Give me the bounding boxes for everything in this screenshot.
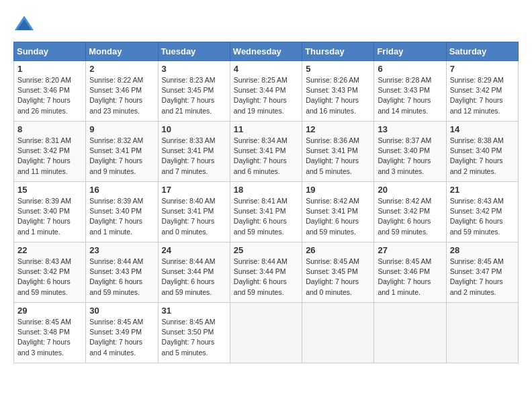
logo xyxy=(13,13,38,35)
day-number: 19 xyxy=(306,185,370,195)
day-number: 14 xyxy=(450,124,515,134)
day-info: Sunrise: 8:45 AMSunset: 3:48 PMDaylight:… xyxy=(17,317,82,358)
day-info: Sunrise: 8:25 AMSunset: 3:44 PMDaylight:… xyxy=(234,75,298,116)
weekday-monday: Monday xyxy=(86,42,158,61)
day-number: 4 xyxy=(234,64,298,74)
day-number: 25 xyxy=(234,245,298,255)
weekday-saturday: Saturday xyxy=(446,42,518,61)
day-info: Sunrise: 8:26 AMSunset: 3:43 PMDaylight:… xyxy=(306,75,370,116)
day-number: 7 xyxy=(450,64,515,74)
day-info: Sunrise: 8:45 AMSunset: 3:49 PMDaylight:… xyxy=(89,317,154,358)
day-info: Sunrise: 8:34 AMSunset: 3:41 PMDaylight:… xyxy=(234,136,298,177)
day-info: Sunrise: 8:45 AMSunset: 3:45 PMDaylight:… xyxy=(306,257,370,298)
calendar-cell: 1Sunrise: 8:20 AMSunset: 3:46 PMDaylight… xyxy=(14,61,86,122)
day-info: Sunrise: 8:40 AMSunset: 3:41 PMDaylight:… xyxy=(162,196,226,237)
calendar-cell: 17Sunrise: 8:40 AMSunset: 3:41 PMDayligh… xyxy=(158,182,230,242)
calendar-cell xyxy=(374,303,446,363)
day-number: 18 xyxy=(234,185,298,195)
day-number: 30 xyxy=(89,306,154,316)
day-number: 16 xyxy=(89,185,154,195)
weekday-friday: Friday xyxy=(374,42,446,61)
calendar-week-2: 8Sunrise: 8:31 AMSunset: 3:42 PMDaylight… xyxy=(14,122,519,182)
day-number: 13 xyxy=(378,124,442,134)
day-number: 29 xyxy=(17,306,82,316)
calendar-week-4: 22Sunrise: 8:43 AMSunset: 3:42 PMDayligh… xyxy=(14,242,519,303)
calendar-cell: 7Sunrise: 8:29 AMSunset: 3:42 PMDaylight… xyxy=(446,61,518,122)
calendar-cell: 18Sunrise: 8:41 AMSunset: 3:41 PMDayligh… xyxy=(230,182,302,242)
calendar-cell: 28Sunrise: 8:45 AMSunset: 3:47 PMDayligh… xyxy=(446,242,518,303)
day-number: 23 xyxy=(89,245,154,255)
calendar-cell: 10Sunrise: 8:33 AMSunset: 3:41 PMDayligh… xyxy=(158,122,230,182)
day-number: 21 xyxy=(450,185,515,195)
calendar-cell: 5Sunrise: 8:26 AMSunset: 3:43 PMDaylight… xyxy=(302,61,374,122)
day-number: 22 xyxy=(17,245,82,255)
day-number: 5 xyxy=(306,64,370,74)
calendar-cell: 9Sunrise: 8:32 AMSunset: 3:41 PMDaylight… xyxy=(86,122,158,182)
day-number: 12 xyxy=(306,124,370,134)
calendar-cell: 22Sunrise: 8:43 AMSunset: 3:42 PMDayligh… xyxy=(14,242,86,303)
day-info: Sunrise: 8:43 AMSunset: 3:42 PMDaylight:… xyxy=(17,257,82,298)
page-header xyxy=(13,13,519,35)
day-number: 27 xyxy=(378,245,442,255)
day-info: Sunrise: 8:44 AMSunset: 3:44 PMDaylight:… xyxy=(234,257,298,298)
day-info: Sunrise: 8:44 AMSunset: 3:44 PMDaylight:… xyxy=(162,257,226,298)
day-number: 3 xyxy=(162,64,226,74)
day-info: Sunrise: 8:43 AMSunset: 3:42 PMDaylight:… xyxy=(450,196,515,237)
calendar-cell: 3Sunrise: 8:23 AMSunset: 3:45 PMDaylight… xyxy=(158,61,230,122)
calendar-cell: 25Sunrise: 8:44 AMSunset: 3:44 PMDayligh… xyxy=(230,242,302,303)
calendar-cell: 23Sunrise: 8:44 AMSunset: 3:43 PMDayligh… xyxy=(86,242,158,303)
calendar-week-3: 15Sunrise: 8:39 AMSunset: 3:40 PMDayligh… xyxy=(14,182,519,242)
weekday-tuesday: Tuesday xyxy=(158,42,230,61)
day-info: Sunrise: 8:45 AMSunset: 3:47 PMDaylight:… xyxy=(450,257,515,298)
day-number: 2 xyxy=(89,64,154,74)
calendar-cell: 11Sunrise: 8:34 AMSunset: 3:41 PMDayligh… xyxy=(230,122,302,182)
calendar-cell: 12Sunrise: 8:36 AMSunset: 3:41 PMDayligh… xyxy=(302,122,374,182)
day-info: Sunrise: 8:29 AMSunset: 3:42 PMDaylight:… xyxy=(450,75,515,116)
day-info: Sunrise: 8:44 AMSunset: 3:43 PMDaylight:… xyxy=(89,257,154,298)
day-number: 10 xyxy=(162,124,226,134)
day-info: Sunrise: 8:37 AMSunset: 3:40 PMDaylight:… xyxy=(378,136,442,177)
calendar-cell: 30Sunrise: 8:45 AMSunset: 3:49 PMDayligh… xyxy=(86,303,158,363)
day-number: 1 xyxy=(17,64,82,74)
calendar-cell xyxy=(446,303,518,363)
calendar-cell: 31Sunrise: 8:45 AMSunset: 3:50 PMDayligh… xyxy=(158,303,230,363)
calendar-cell: 15Sunrise: 8:39 AMSunset: 3:40 PMDayligh… xyxy=(14,182,86,242)
day-info: Sunrise: 8:28 AMSunset: 3:43 PMDaylight:… xyxy=(378,75,442,116)
day-number: 31 xyxy=(162,306,226,316)
weekday-sunday: Sunday xyxy=(14,42,86,61)
calendar-cell: 26Sunrise: 8:45 AMSunset: 3:45 PMDayligh… xyxy=(302,242,374,303)
day-info: Sunrise: 8:31 AMSunset: 3:42 PMDaylight:… xyxy=(17,136,82,177)
day-info: Sunrise: 8:42 AMSunset: 3:41 PMDaylight:… xyxy=(306,196,370,237)
day-number: 11 xyxy=(234,124,298,134)
calendar-week-1: 1Sunrise: 8:20 AMSunset: 3:46 PMDaylight… xyxy=(14,61,519,122)
day-number: 6 xyxy=(378,64,442,74)
day-number: 9 xyxy=(89,124,154,134)
calendar-cell: 29Sunrise: 8:45 AMSunset: 3:48 PMDayligh… xyxy=(14,303,86,363)
day-info: Sunrise: 8:39 AMSunset: 3:40 PMDaylight:… xyxy=(89,196,154,237)
day-info: Sunrise: 8:36 AMSunset: 3:41 PMDaylight:… xyxy=(306,136,370,177)
calendar-cell: 19Sunrise: 8:42 AMSunset: 3:41 PMDayligh… xyxy=(302,182,374,242)
day-number: 20 xyxy=(378,185,442,195)
day-info: Sunrise: 8:32 AMSunset: 3:41 PMDaylight:… xyxy=(89,136,154,177)
calendar-cell: 2Sunrise: 8:22 AMSunset: 3:46 PMDaylight… xyxy=(86,61,158,122)
day-info: Sunrise: 8:45 AMSunset: 3:50 PMDaylight:… xyxy=(162,317,226,358)
day-info: Sunrise: 8:22 AMSunset: 3:46 PMDaylight:… xyxy=(89,75,154,116)
calendar-cell: 16Sunrise: 8:39 AMSunset: 3:40 PMDayligh… xyxy=(86,182,158,242)
weekday-wednesday: Wednesday xyxy=(230,42,302,61)
day-number: 8 xyxy=(17,124,82,134)
weekday-header-row: SundayMondayTuesdayWednesdayThursdayFrid… xyxy=(14,42,519,61)
day-info: Sunrise: 8:41 AMSunset: 3:41 PMDaylight:… xyxy=(234,196,298,237)
calendar-cell xyxy=(302,303,374,363)
day-info: Sunrise: 8:20 AMSunset: 3:46 PMDaylight:… xyxy=(17,75,82,116)
calendar-cell: 8Sunrise: 8:31 AMSunset: 3:42 PMDaylight… xyxy=(14,122,86,182)
weekday-thursday: Thursday xyxy=(302,42,374,61)
calendar-cell: 20Sunrise: 8:42 AMSunset: 3:42 PMDayligh… xyxy=(374,182,446,242)
day-info: Sunrise: 8:45 AMSunset: 3:46 PMDaylight:… xyxy=(378,257,442,298)
day-number: 26 xyxy=(306,245,370,255)
day-info: Sunrise: 8:38 AMSunset: 3:40 PMDaylight:… xyxy=(450,136,515,177)
calendar-cell: 14Sunrise: 8:38 AMSunset: 3:40 PMDayligh… xyxy=(446,122,518,182)
calendar-table: SundayMondayTuesdayWednesdayThursdayFrid… xyxy=(13,42,519,363)
day-info: Sunrise: 8:23 AMSunset: 3:45 PMDaylight:… xyxy=(162,75,226,116)
calendar-cell: 4Sunrise: 8:25 AMSunset: 3:44 PMDaylight… xyxy=(230,61,302,122)
calendar-cell: 21Sunrise: 8:43 AMSunset: 3:42 PMDayligh… xyxy=(446,182,518,242)
